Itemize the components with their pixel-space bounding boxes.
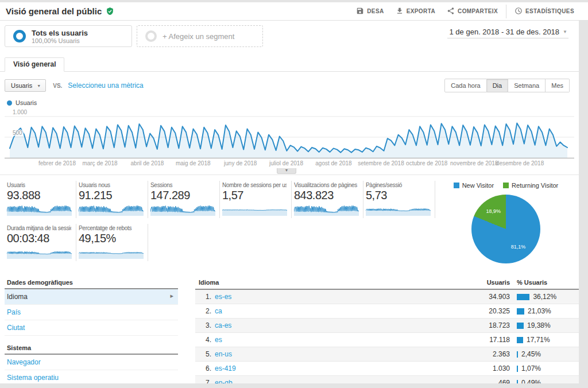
cell-dimension: 6.es-419 xyxy=(195,364,424,373)
pie-legend-returning-visitor: Returning Visitor xyxy=(503,182,558,189)
metric-value: 00:03:48 xyxy=(7,232,71,245)
chevron-down-icon: ▼ xyxy=(37,84,41,88)
metric-sparkline xyxy=(366,203,431,216)
legend-label: New Visitor xyxy=(462,182,494,189)
metric-value: 147.289 xyxy=(150,189,215,202)
page-margin-bottom xyxy=(0,383,588,388)
cell-pct-users: 1,07% xyxy=(510,364,579,373)
granularity-dia[interactable]: Dia xyxy=(487,79,509,92)
sidebar-item-idioma[interactable]: Idioma▸ xyxy=(5,289,178,305)
dimension-link[interactable]: es xyxy=(215,336,222,344)
sidebar-item-pa-s[interactable]: País xyxy=(5,305,178,320)
dimension-link[interactable]: es-es xyxy=(215,293,231,301)
pct-bar xyxy=(517,294,529,300)
cell-users: 34.903 xyxy=(424,293,510,301)
exporta-button[interactable]: EXPORTA xyxy=(390,5,441,18)
page-margin-right xyxy=(579,21,588,388)
pie-legend-new-visitor: New Visitor xyxy=(454,182,494,189)
add-segment-label: + Afegeix un segment xyxy=(163,32,234,41)
x-axis-month-label: setembre de 2018 xyxy=(358,160,404,166)
x-axis-month-label: juny de 2018 xyxy=(224,160,257,166)
dimension-link[interactable]: es-419 xyxy=(215,364,236,373)
add-segment-button[interactable]: + Afegeix un segment xyxy=(137,25,263,47)
segment-all-users[interactable]: Tots els usuaris 100,00% Usuaris xyxy=(5,25,132,47)
metric-cards: Usuaris93.888Usuaris nous91.215Sessions1… xyxy=(5,181,438,267)
sidebar-group-sistema: Sistema xyxy=(5,342,178,355)
pct-bar xyxy=(517,308,524,315)
pct-text: 21,03% xyxy=(528,307,551,315)
metric-card-visualitzacions-de-p-gines[interactable]: Visualitzacions de pàgines843.823 xyxy=(292,181,363,218)
action-label: DESA xyxy=(367,8,384,14)
dimension-link[interactable]: en-us xyxy=(215,350,232,358)
metric-label: Durada mitjana de la sessió xyxy=(7,225,71,231)
y-axis-tick: 1.000 xyxy=(11,109,28,115)
metric-label: Percentatge de rebots xyxy=(79,225,143,231)
metric-value: 49,15% xyxy=(79,232,143,245)
verified-shield-icon xyxy=(106,7,114,15)
sidebar-item-ciutat[interactable]: Ciutat xyxy=(5,320,178,336)
cell-pct-users: 17,71% xyxy=(510,336,579,344)
sidebar-item-navegador[interactable]: Navegador xyxy=(5,355,178,370)
pct-text: 19,38% xyxy=(527,321,551,329)
date-range-selector[interactable]: 1 de gen. 2018 - 31 de des. 2018 ▼ xyxy=(447,26,568,38)
row-rank: 1. xyxy=(199,293,211,301)
x-axis-month-label: octubre de 2018 xyxy=(406,160,447,166)
metric-card-percentatge-de-rebots[interactable]: Percentatge de rebots49,15% xyxy=(76,224,148,261)
x-axis-month-label: agost de 2018 xyxy=(315,160,351,166)
action-label: EXPORTA xyxy=(407,8,435,14)
comparteix-button[interactable]: COMPARTEIX xyxy=(441,5,504,18)
column-idioma[interactable]: Idioma xyxy=(195,279,424,286)
granularity-mes[interactable]: Mes xyxy=(546,79,570,92)
visitor-type-pie[interactable]: 81,1%18,9% xyxy=(471,195,540,263)
metric-card-durada-mitjana-de-la-sessi-[interactable]: Durada mitjana de la sessió00:03:48 xyxy=(5,224,76,261)
metric-card-usuaris[interactable]: Usuaris93.888 xyxy=(5,181,76,218)
estadístiques-button[interactable]: ESTADÍSTIQUES xyxy=(506,5,580,18)
x-axis-month-label: març de 2018 xyxy=(82,160,117,166)
report-header: Visió general del públic DESAEXPORTACOMP… xyxy=(0,2,588,21)
metric-row: Durada mitjana de la sessió00:03:48Perce… xyxy=(5,224,438,261)
column-pct-usuaris[interactable]: % Usuaris xyxy=(510,279,579,286)
timeline-svg[interactable] xyxy=(0,108,579,159)
cell-users: 2.363 xyxy=(424,350,510,358)
granularity-setmana[interactable]: Setmana xyxy=(508,79,546,92)
row-rank: 6. xyxy=(199,364,211,373)
dimension-link[interactable]: ca xyxy=(215,307,222,315)
metric-label: Pàgines/sessió xyxy=(366,182,430,188)
timeline-chart[interactable]: 1.000500febrer de 2018març de 2018abril … xyxy=(0,108,579,175)
metric-sparkline xyxy=(7,203,72,216)
tab-visio-general[interactable]: Visió general xyxy=(5,57,64,72)
table-row: 4.es17.11817,71% xyxy=(195,333,579,347)
row-rank: 5. xyxy=(199,350,211,358)
x-axis-month-label: desembre de 2018 xyxy=(496,160,544,166)
desa-button[interactable]: DESA xyxy=(350,5,389,18)
x-axis-month-label: maig de 2018 xyxy=(176,160,211,166)
row-rank: 3. xyxy=(199,321,211,329)
metric-card-p-gines-sessi-[interactable]: Pàgines/sessió5,73 xyxy=(363,181,435,218)
dimension-link[interactable]: ca-es xyxy=(215,321,231,329)
metric-card-nombre-de-sessions-per-usuari[interactable]: Nombre de sessions per usuari1,57 xyxy=(220,181,292,218)
metric-card-sessions[interactable]: Sessions147.289 xyxy=(148,181,220,218)
timeline-handle[interactable]: ▼ xyxy=(277,168,296,174)
row-rank: 2. xyxy=(199,307,211,315)
x-axis-month-label: novembre de 2018 xyxy=(450,160,498,166)
metric-label: Visualitzacions de pàgines xyxy=(294,182,358,188)
x-axis-month-label: febrer de 2018 xyxy=(38,160,76,166)
metric-card-usuaris-nous[interactable]: Usuaris nous91.215 xyxy=(76,181,148,218)
metric-label: Sessions xyxy=(150,182,215,188)
select-metric-link[interactable]: Seleccioneu una mètrica xyxy=(68,82,143,90)
metric-select-dropdown[interactable]: Usuaris ▼ xyxy=(5,79,46,92)
pct-bar xyxy=(517,323,524,329)
column-usuaris[interactable]: Usuaris xyxy=(424,279,510,286)
action-label: COMPARTEIX xyxy=(458,8,498,14)
cell-users: 18.723 xyxy=(424,321,510,329)
metric-value: 1,57 xyxy=(222,189,287,202)
cell-users: 1.030 xyxy=(424,364,510,373)
cell-dimension: 1.es-es xyxy=(195,293,424,301)
dimension-sidebar: Dades demogràfiquesIdioma▸PaísCiutatSist… xyxy=(5,276,178,388)
tab-bar: Visió general xyxy=(0,59,579,72)
pct-text: 36,12% xyxy=(533,293,556,301)
pct-bar xyxy=(517,337,523,343)
granularity-cada-hora[interactable]: Cada hora xyxy=(444,79,486,92)
cell-dimension: 2.ca xyxy=(195,307,424,315)
x-axis-month-label: abril de 2018 xyxy=(131,160,164,166)
